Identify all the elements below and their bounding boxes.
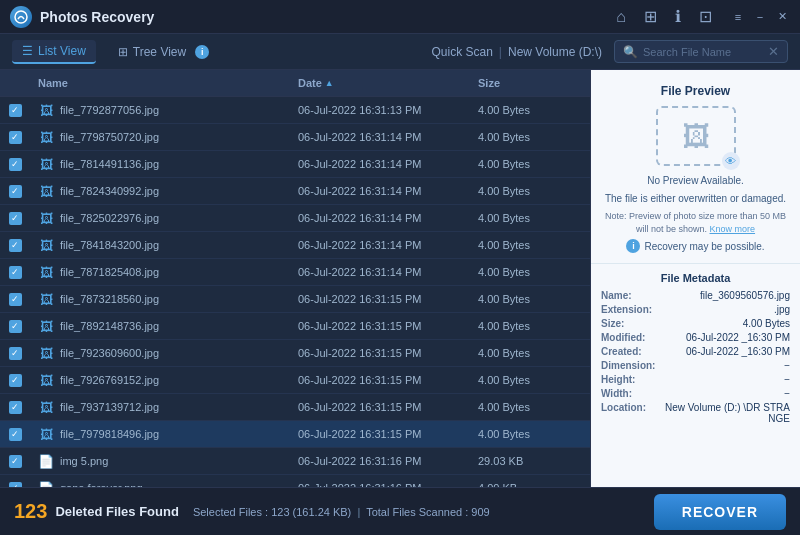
- meta-value: 06-Jul-2022 _16:30 PM: [686, 346, 790, 357]
- new-volume-label: New Volume (D:\): [508, 45, 602, 59]
- row-size: 4.00 KB: [470, 475, 570, 487]
- table-row[interactable]: ✓ 🖼 file_7825022976.jpg 06-Jul-2022 16:3…: [0, 205, 590, 232]
- row-checkbox[interactable]: ✓: [0, 259, 30, 285]
- table-row[interactable]: ✓ 🖼 file_7824340992.jpg 06-Jul-2022 16:3…: [0, 178, 590, 205]
- search-box[interactable]: 🔍 ✕: [614, 40, 788, 63]
- title-bar: Photos Recovery ⌂ ⊞ ℹ ⊡ ≡ − ✕: [0, 0, 800, 34]
- preview-image-icon: 🖼: [682, 120, 710, 153]
- metadata-section: File Metadata Name: file_3609560576.jpg …: [591, 263, 800, 487]
- table-row[interactable]: ✓ 🖼 file_7892148736.jpg 06-Jul-2022 16:3…: [0, 313, 590, 340]
- file-name: file_7824340992.jpg: [60, 185, 159, 197]
- table-row[interactable]: ✓ 🖼 file_7792877056.jpg 06-Jul-2022 16:3…: [0, 97, 590, 124]
- search-icon: 🔍: [623, 45, 638, 59]
- recovery-possible: i Recovery may be possible.: [626, 239, 764, 253]
- file-type-icon: 🖼: [38, 399, 54, 415]
- metadata-row: Size: 4.00 Bytes: [601, 318, 790, 329]
- tree-view-tab[interactable]: ⊞ Tree View i: [108, 41, 219, 63]
- row-name: 🖼 file_7825022976.jpg: [30, 205, 290, 231]
- row-checkbox[interactable]: ✓: [0, 448, 30, 474]
- app-title: Photos Recovery: [40, 9, 616, 25]
- row-date: 06-Jul-2022 16:31:14 PM: [290, 205, 470, 231]
- file-name: file_7798750720.jpg: [60, 131, 159, 143]
- metadata-row: Extension: .jpg: [601, 304, 790, 315]
- row-date: 06-Jul-2022 16:31:15 PM: [290, 340, 470, 366]
- row-size: 4.00 Bytes: [470, 178, 570, 204]
- recover-button[interactable]: RECOVER: [654, 494, 786, 530]
- table-row[interactable]: ✓ 🖼 file_7871825408.jpg 06-Jul-2022 16:3…: [0, 259, 590, 286]
- scan-icon[interactable]: ⊞: [644, 7, 657, 26]
- menu-icon[interactable]: ≡: [730, 9, 746, 25]
- deleted-label: Deleted Files Found: [55, 504, 179, 519]
- row-checkbox[interactable]: ✓: [0, 286, 30, 312]
- apps-icon[interactable]: ⊡: [699, 7, 712, 26]
- home-icon[interactable]: ⌂: [616, 8, 626, 26]
- table-row[interactable]: ✓ 🖼 file_7873218560.jpg 06-Jul-2022 16:3…: [0, 286, 590, 313]
- table-row[interactable]: ✓ 🖼 file_7923609600.jpg 06-Jul-2022 16:3…: [0, 340, 590, 367]
- preview-note: Note: Preview of photo size more than 50…: [601, 210, 790, 235]
- metadata-row: Location: New Volume (D:) \DR STRANGE: [601, 402, 790, 424]
- table-row[interactable]: ✓ 🖼 file_7798750720.jpg 06-Jul-2022 16:3…: [0, 124, 590, 151]
- row-checkbox[interactable]: ✓: [0, 124, 30, 150]
- col-check: [0, 74, 30, 92]
- col-date[interactable]: Date ▲: [290, 74, 470, 92]
- col-name: Name: [30, 74, 290, 92]
- recovery-info-icon: i: [626, 239, 640, 253]
- table-row[interactable]: ✓ 📄 gone forever.png 06-Jul-2022 16:31:1…: [0, 475, 590, 487]
- main-content: Name Date ▲ Size ✓ 🖼 file_7792877056.jpg…: [0, 70, 800, 487]
- table-row[interactable]: ✓ 🖼 file_7814491136.jpg 06-Jul-2022 16:3…: [0, 151, 590, 178]
- close-button[interactable]: ✕: [774, 9, 790, 25]
- file-type-icon: 🖼: [38, 237, 54, 253]
- table-body: ✓ 🖼 file_7792877056.jpg 06-Jul-2022 16:3…: [0, 97, 590, 487]
- meta-value: −: [784, 360, 790, 371]
- row-name: 🖼 file_7871825408.jpg: [30, 259, 290, 285]
- row-checkbox[interactable]: ✓: [0, 151, 30, 177]
- preview-message: The file is either overwritten or damage…: [605, 192, 786, 206]
- table-row[interactable]: ✓ 📄 img 5.png 06-Jul-2022 16:31:16 PM 29…: [0, 448, 590, 475]
- file-name: file_7923609600.jpg: [60, 347, 159, 359]
- table-row[interactable]: ✓ 🖼 file_7841843200.jpg 06-Jul-2022 16:3…: [0, 232, 590, 259]
- table-header: Name Date ▲ Size: [0, 70, 590, 97]
- search-input[interactable]: [643, 46, 763, 58]
- meta-value: 4.00 Bytes: [743, 318, 790, 329]
- file-type-icon: 📄: [38, 480, 54, 487]
- row-checkbox[interactable]: ✓: [0, 421, 30, 447]
- row-size: 4.00 Bytes: [470, 259, 570, 285]
- info-icon[interactable]: ℹ: [675, 7, 681, 26]
- file-name: file_7873218560.jpg: [60, 293, 159, 305]
- table-row[interactable]: ✓ 🖼 file_7926769152.jpg 06-Jul-2022 16:3…: [0, 367, 590, 394]
- row-checkbox[interactable]: ✓: [0, 205, 30, 231]
- selected-files-value: 123 (161.24 KB): [271, 506, 351, 518]
- metadata-row: Name: file_3609560576.jpg: [601, 290, 790, 301]
- row-size: 4.00 Bytes: [470, 124, 570, 150]
- row-checkbox[interactable]: ✓: [0, 340, 30, 366]
- file-name: file_7979818496.jpg: [60, 428, 159, 440]
- row-size: 29.03 KB: [470, 448, 570, 474]
- meta-label: Modified:: [601, 332, 645, 343]
- metadata-row: Dimension: −: [601, 360, 790, 371]
- metadata-row: Modified: 06-Jul-2022 _16:30 PM: [601, 332, 790, 343]
- row-checkbox[interactable]: ✓: [0, 313, 30, 339]
- search-clear-button[interactable]: ✕: [768, 44, 779, 59]
- know-more-link[interactable]: Know more: [710, 224, 756, 234]
- row-checkbox[interactable]: ✓: [0, 178, 30, 204]
- row-checkbox[interactable]: ✓: [0, 232, 30, 258]
- row-checkbox[interactable]: ✓: [0, 475, 30, 487]
- minimize-button[interactable]: −: [752, 9, 768, 25]
- row-name: 🖼 file_7979818496.jpg: [30, 421, 290, 447]
- table-row[interactable]: ✓ 🖼 file_7937139712.jpg 06-Jul-2022 16:3…: [0, 394, 590, 421]
- row-checkbox[interactable]: ✓: [0, 367, 30, 393]
- meta-label: Location:: [601, 402, 646, 424]
- row-checkbox[interactable]: ✓: [0, 394, 30, 420]
- row-checkbox[interactable]: ✓: [0, 97, 30, 123]
- list-view-tab[interactable]: ☰ List View: [12, 40, 96, 64]
- row-date: 06-Jul-2022 16:31:14 PM: [290, 124, 470, 150]
- table-row[interactable]: ✓ 🖼 file_7979818496.jpg 06-Jul-2022 16:3…: [0, 421, 590, 448]
- row-date: 06-Jul-2022 16:31:16 PM: [290, 475, 470, 487]
- file-type-icon: 🖼: [38, 318, 54, 334]
- row-date: 06-Jul-2022 16:31:15 PM: [290, 421, 470, 447]
- tree-icon: ⊞: [118, 45, 128, 59]
- file-type-icon: 🖼: [38, 372, 54, 388]
- preview-eye-icon: 👁: [722, 152, 740, 170]
- tree-view-label: Tree View: [133, 45, 186, 59]
- row-name: 🖼 file_7923609600.jpg: [30, 340, 290, 366]
